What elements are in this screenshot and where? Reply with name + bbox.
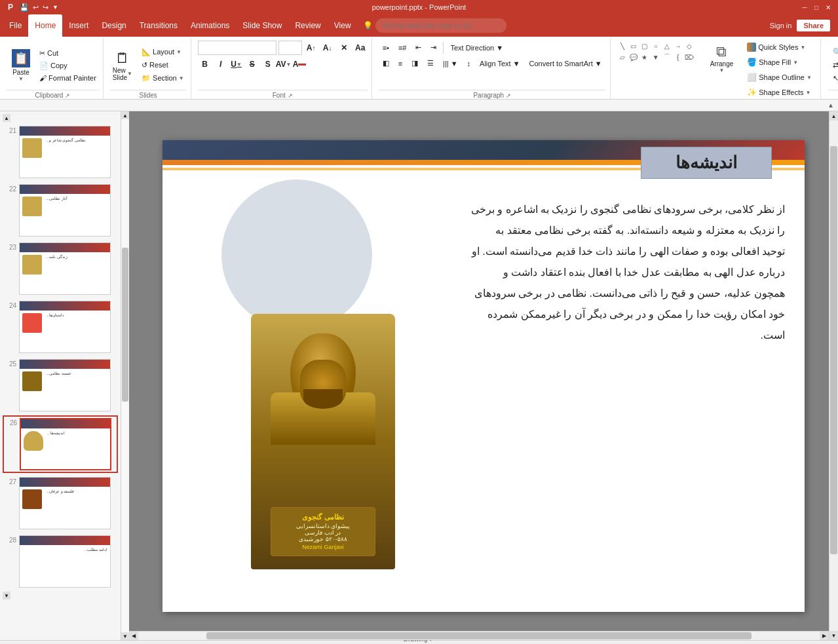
- shape-fill-button[interactable]: 🪣 Shape Fill ▼: [742, 56, 816, 69]
- slide-title-box[interactable]: اندیشه‌ها: [641, 147, 772, 179]
- slide-canvas[interactable]: اندیشه‌ها: [162, 140, 805, 612]
- slide-preview-28[interactable]: ادامه مطلب...: [19, 535, 111, 588]
- scroll-up-button[interactable]: ▲: [3, 114, 10, 122]
- shape-callout[interactable]: 💬: [628, 52, 639, 62]
- shape-parallelogram[interactable]: ▱: [617, 52, 628, 62]
- align-text-button[interactable]: Align Text ▼: [476, 57, 524, 70]
- menu-home[interactable]: Home: [28, 14, 62, 37]
- collapse-ribbon-button[interactable]: ▲: [828, 102, 834, 109]
- shape-outline-button[interactable]: ⬜ Shape Outline ▼: [742, 71, 816, 84]
- scroll-panel-up[interactable]: ▲: [121, 111, 129, 119]
- quick-access-undo[interactable]: ↩: [33, 3, 39, 12]
- signin-button[interactable]: Sign in: [770, 22, 792, 29]
- find-button[interactable]: 🔍 Find: [828, 47, 838, 58]
- menu-animations[interactable]: Animations: [184, 14, 236, 37]
- slide-preview-23[interactable]: زندگی نامه...: [19, 242, 111, 295]
- align-right-button[interactable]: ◨: [408, 56, 422, 70]
- slide-preview-24[interactable]: داستان‌ها...: [19, 301, 111, 353]
- cut-button[interactable]: ✂ Cut: [37, 48, 99, 59]
- menu-view[interactable]: View: [328, 14, 358, 37]
- slide-preview-21[interactable]: نظامی گنجوی شاعر و...: [19, 126, 111, 178]
- copy-button[interactable]: 📄 Copy: [37, 60, 99, 71]
- scroll-thumb[interactable]: [122, 248, 128, 402]
- slide-thumb-25[interactable]: 25 خمسه نظامی...: [3, 357, 118, 413]
- quick-access-save[interactable]: 💾: [20, 3, 29, 12]
- justify-button[interactable]: ☰: [423, 56, 438, 70]
- replace-button[interactable]: ⇄ Replace ▼: [828, 60, 838, 71]
- underline-button[interactable]: U ▼: [229, 57, 244, 71]
- share-button[interactable]: Share: [797, 20, 830, 31]
- slide-statue-area[interactable]: نظامی گنجوی پیشوای داستانسرایی در ادب فا…: [241, 304, 405, 579]
- arrange-button[interactable]: ⧉ Arrange ▼: [705, 41, 739, 76]
- slide-preview-27[interactable]: فلسفه و عرفان...: [19, 477, 111, 529]
- slide-thumb-28[interactable]: 28 ادامه مطلب...: [3, 533, 118, 590]
- text-direction-button[interactable]: Text Direction ▼: [446, 41, 507, 54]
- help-search[interactable]: [375, 18, 506, 33]
- canvas-scroll-left[interactable]: ◀: [129, 632, 138, 640]
- close-button[interactable]: ✕: [824, 3, 833, 12]
- canvas-scroll-down[interactable]: ▼: [829, 631, 838, 640]
- slide-thumb-23[interactable]: 23 زندگی نامه...: [3, 240, 118, 297]
- bullets-button[interactable]: ≡•: [379, 41, 393, 54]
- slide-thumb-26[interactable]: 26 اندیشه‌ها...: [3, 415, 118, 473]
- slide-body-text-area[interactable]: از نظر کلامی، برخی سرودهای نظامی گنجوی ر…: [470, 199, 785, 346]
- shape-rect[interactable]: ▭: [628, 41, 639, 51]
- shape-chevron[interactable]: ⌦: [684, 52, 695, 62]
- shape-arc[interactable]: ⌒: [662, 52, 672, 62]
- new-slide-button[interactable]: 🗒 NewSlide ▼: [110, 48, 135, 83]
- convert-smartart-button[interactable]: Convert to SmartArt ▼: [525, 57, 606, 70]
- shape-effects-button[interactable]: ✨ Shape Effects ▼: [742, 86, 816, 99]
- font-size-input[interactable]: [278, 41, 302, 55]
- menu-transitions[interactable]: Transitions: [133, 14, 184, 37]
- quick-styles-button[interactable]: Quick Styles ▼: [742, 41, 816, 54]
- canvas-scroll-right[interactable]: ▶: [820, 632, 829, 640]
- slide-preview-25[interactable]: خمسه نظامی...: [19, 359, 111, 411]
- canvas-scroll-up[interactable]: ▲: [829, 111, 838, 121]
- select-button[interactable]: ↖ Select ▼: [828, 73, 838, 84]
- slide-panel-scrollbar[interactable]: ▲ ▼: [121, 111, 129, 640]
- slide-thumb-22[interactable]: 22 آثار نظامی...: [3, 182, 118, 238]
- shape-line[interactable]: ╲: [617, 41, 628, 51]
- menu-design[interactable]: Design: [95, 14, 132, 37]
- menu-file[interactable]: File: [3, 14, 28, 37]
- menu-insert[interactable]: Insert: [62, 14, 95, 37]
- shape-rounded-rect[interactable]: ▢: [639, 41, 650, 51]
- indent-inc-button[interactable]: ⇥: [427, 41, 440, 54]
- font-decrease-button[interactable]: A↓: [320, 41, 335, 55]
- text-shadow-button[interactable]: S: [261, 57, 275, 71]
- font-name-input[interactable]: [198, 41, 276, 55]
- align-center-button[interactable]: ≡: [394, 57, 406, 70]
- numbered-button[interactable]: ≡#: [394, 41, 411, 54]
- layout-button[interactable]: 📐 Layout ▼: [139, 47, 187, 58]
- strikethrough-button[interactable]: S: [245, 57, 259, 71]
- scroll-panel-down[interactable]: ▼: [121, 632, 129, 640]
- shape-arrow[interactable]: →: [673, 41, 683, 51]
- font-color-button[interactable]: A: [292, 57, 307, 71]
- font-increase-button[interactable]: A↑: [304, 41, 318, 55]
- quick-access-more[interactable]: ▼: [52, 4, 58, 10]
- minimize-button[interactable]: ─: [800, 3, 809, 12]
- maximize-button[interactable]: □: [812, 3, 821, 12]
- align-left-button[interactable]: ◧: [379, 56, 393, 70]
- scroll-down-button[interactable]: ▼: [3, 592, 10, 599]
- canvas-scrollbar-v[interactable]: ▲ ▼: [829, 111, 838, 640]
- canvas-scrollbar-h[interactable]: ◀ ▶: [129, 631, 829, 640]
- canvas-scroll-hthumb[interactable]: [206, 632, 752, 639]
- reset-button[interactable]: ↺ Reset: [139, 60, 187, 71]
- change-case-button[interactable]: Aa: [353, 41, 368, 55]
- indent-dec-button[interactable]: ⇤: [411, 41, 425, 54]
- shape-more[interactable]: ▼: [651, 52, 661, 62]
- shape-triangle[interactable]: △: [662, 41, 672, 51]
- shape-star[interactable]: ★: [639, 52, 650, 62]
- format-painter-button[interactable]: 🖌 Format Painter: [37, 73, 99, 83]
- canvas-scroll-thumb[interactable]: [830, 146, 837, 554]
- slide-thumb-24[interactable]: 24 داستان‌ها...: [3, 299, 118, 355]
- menu-slideshow[interactable]: Slide Show: [236, 14, 288, 37]
- paste-dropdown[interactable]: ▼: [18, 76, 24, 82]
- line-spacing-button[interactable]: ↕: [463, 57, 475, 70]
- menu-review[interactable]: Review: [288, 14, 327, 37]
- columns-button[interactable]: ||| ▼: [439, 57, 462, 70]
- slide-thumb-27[interactable]: 27 فلسفه و عرفان...: [3, 475, 118, 531]
- shape-oval[interactable]: ○: [651, 41, 661, 51]
- slide-preview-26[interactable]: اندیشه‌ها...: [20, 418, 111, 470]
